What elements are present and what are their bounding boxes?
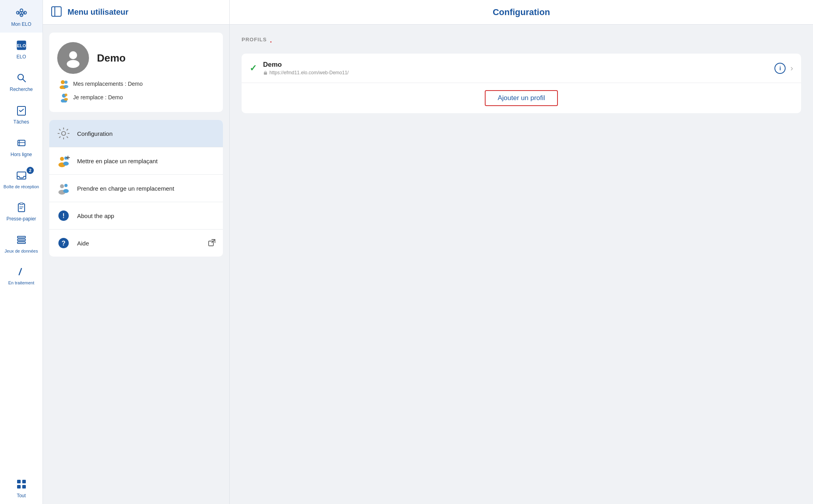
svg-rect-59 <box>264 72 267 75</box>
elo-icon: ELO <box>14 38 29 52</box>
sidebar-label-en-traitement: En traitement <box>8 280 34 285</box>
replacing-icon <box>59 92 69 102</box>
dot-indicator: · <box>270 38 272 46</box>
svg-point-42 <box>62 131 66 135</box>
svg-point-32 <box>69 51 77 59</box>
sidebar-label-mon-elo: Mon ELO <box>11 21 31 27</box>
processing-icon <box>14 265 29 279</box>
sidebar-label-recherche: Recherche <box>10 87 33 92</box>
replacement-item: Mes remplacements : Demo <box>59 79 215 89</box>
svg-point-52 <box>63 189 69 193</box>
search-icon <box>14 71 29 85</box>
svg-point-34 <box>61 80 65 84</box>
menu-item-aide[interactable]: ? Aide <box>49 230 223 257</box>
prendre-en-charge-icon <box>56 181 71 195</box>
mettre-en-place-icon <box>56 154 71 168</box>
profiles-card: ✓ Demo https://efmd11.elo.com/web-Demo11… <box>242 54 801 113</box>
menu-item-configuration[interactable]: Configuration <box>49 120 223 147</box>
sidebar-item-taches[interactable]: Tâches <box>0 98 43 130</box>
external-link-icon <box>208 239 216 248</box>
svg-point-43 <box>60 157 64 161</box>
configuration-icon <box>56 126 71 141</box>
svg-text:ELO: ELO <box>17 43 25 48</box>
sidebar-item-mon-elo[interactable]: Mon ELO <box>0 0 43 33</box>
sidebar-item-jeux-donnees[interactable]: Jeux de données <box>0 227 43 259</box>
right-panel: PROFILS · ✓ Demo https://efmd11.elo <box>230 25 813 504</box>
menu-label-about: About the app <box>77 212 216 219</box>
left-panel-title: Menu utilisateur <box>68 8 128 17</box>
offline-icon <box>14 136 29 150</box>
replacing-item: Je remplace : Demo <box>59 92 215 102</box>
menu-item-about[interactable]: ! About the app <box>49 202 223 230</box>
add-profile-button[interactable]: Ajouter un profil <box>485 90 557 106</box>
sidebar-item-hors-ligne[interactable]: Hors ligne <box>0 130 43 163</box>
tasks-icon <box>14 103 29 118</box>
je-remplace-label: Je remplace : Demo <box>73 94 123 100</box>
dataset-icon <box>14 233 29 247</box>
add-profile-row: Ajouter un profil <box>242 83 801 113</box>
mes-remplacements-label: Mes remplacements : Demo <box>73 81 143 87</box>
profile-entry-name: Demo <box>263 61 768 69</box>
profile-info-button[interactable]: i <box>774 63 786 74</box>
profile-entry-info: Demo https://efmd11.elo.com/web-Demo11/ <box>263 61 768 75</box>
svg-rect-24 <box>17 242 25 243</box>
clipboard-icon <box>14 200 29 214</box>
sidebar-item-presse-papier[interactable]: Presse-papier <box>0 195 43 227</box>
sidebar-item-en-traitement[interactable]: En traitement <box>0 259 43 291</box>
svg-point-33 <box>67 60 79 68</box>
menu-label-mettre-en-place: Mettre en place un remplaçant <box>77 158 216 164</box>
svg-rect-23 <box>17 239 25 241</box>
profile-meta: Mes remplacements : Demo Je remplace : D… <box>57 79 215 102</box>
svg-point-36 <box>64 81 68 84</box>
right-panel-title: Configuration <box>493 7 550 17</box>
sidebar: Mon ELO ELO ELO Recherche Tâches <box>0 0 43 504</box>
profile-card: Demo Mes remplacements : Demo <box>49 33 223 112</box>
sidebar-label-tout: Tout <box>17 493 26 498</box>
sidebar-label-boite-reception: Boîte de réception <box>4 184 39 189</box>
sidebar-item-recherche[interactable]: Recherche <box>0 65 43 98</box>
aide-icon: ? <box>56 236 71 250</box>
about-icon: ! <box>56 209 71 223</box>
inbox-badge: 2 <box>27 167 34 174</box>
svg-point-37 <box>64 85 68 88</box>
menu-label-aide: Aide <box>77 240 201 247</box>
sidebar-label-hors-ligne: Hors ligne <box>10 152 32 157</box>
panel-toggle-icon[interactable] <box>51 6 62 19</box>
svg-rect-14 <box>18 140 25 146</box>
active-check-icon: ✓ <box>250 63 257 73</box>
profile-entry-actions: i › <box>774 63 793 74</box>
right-panel-header: Configuration <box>230 0 813 24</box>
lock-icon <box>263 70 268 75</box>
replacement-icon <box>59 79 69 89</box>
svg-rect-27 <box>22 480 26 483</box>
svg-rect-29 <box>22 485 26 489</box>
menu-label-prendre-en-charge: Prendre en charge un remplacement <box>77 185 216 192</box>
profile-top: Demo <box>57 42 215 74</box>
sidebar-item-tout[interactable]: Tout <box>0 471 43 504</box>
svg-rect-18 <box>18 204 25 212</box>
sidebar-item-boite-reception[interactable]: 2 Boîte de réception <box>0 163 43 195</box>
sidebar-label-taches: Tâches <box>14 119 29 125</box>
left-panel-header: Menu utilisateur <box>43 0 230 24</box>
svg-rect-22 <box>17 236 25 238</box>
svg-line-25 <box>19 268 21 275</box>
avatar <box>57 42 89 74</box>
svg-rect-26 <box>17 480 21 483</box>
mon-elo-icon <box>14 6 29 20</box>
content-area: Demo Mes remplacements : Demo <box>43 25 813 504</box>
profile-name: Demo <box>97 52 126 64</box>
sidebar-item-elo[interactable]: ELO ELO <box>0 33 43 65</box>
svg-text:!: ! <box>62 212 64 219</box>
profile-entry: ✓ Demo https://efmd11.elo.com/web-Demo11… <box>242 54 801 83</box>
svg-point-49 <box>60 184 64 188</box>
profiles-section-label: PROFILS <box>242 37 267 42</box>
svg-text:?: ? <box>62 240 66 247</box>
svg-point-41 <box>64 98 68 101</box>
svg-point-0 <box>20 9 23 12</box>
sidebar-label-jeux-donnees: Jeux de données <box>5 249 38 253</box>
profile-chevron-icon[interactable]: › <box>790 64 793 73</box>
menu-item-mettre-en-place[interactable]: Mettre en place un remplaçant <box>49 147 223 175</box>
menu-item-prendre-en-charge[interactable]: Prendre en charge un remplacement <box>49 175 223 202</box>
profile-entry-url: https://efmd11.elo.com/web-Demo11/ <box>263 70 768 75</box>
svg-rect-19 <box>20 203 23 205</box>
